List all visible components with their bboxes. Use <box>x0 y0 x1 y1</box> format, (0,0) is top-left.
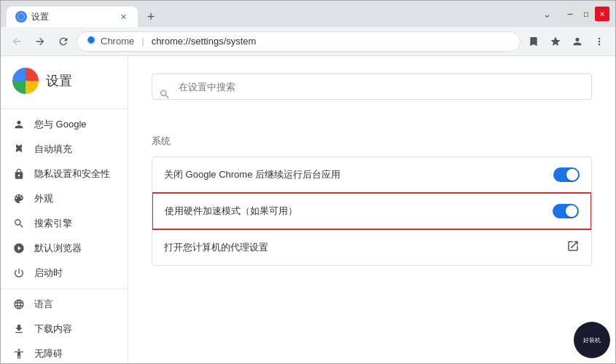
sidebar-item-label: 语言 <box>34 298 53 311</box>
sidebar-item-label: 搜索引擎 <box>34 217 72 230</box>
sidebar-item-label: 隐私设置和安全性 <box>34 167 110 181</box>
breadcrumb-site: Chrome <box>101 36 134 47</box>
autofill-icon <box>12 143 26 156</box>
sidebar-item-label: 下载内容 <box>34 323 72 336</box>
new-tab-button[interactable]: + <box>141 7 161 27</box>
section-title: 系统 <box>152 135 592 148</box>
search-input[interactable] <box>152 74 592 100</box>
sidebar-item-google[interactable]: 您与 Google <box>1 112 122 137</box>
address-bar[interactable]: Chrome | chrome://settings/system <box>77 31 521 52</box>
user-button[interactable] <box>567 31 588 52</box>
star-button[interactable] <box>545 31 566 52</box>
nav-bar: Chrome | chrome://settings/system <box>1 27 615 56</box>
lock-icon <box>12 167 26 181</box>
settings-card: 关闭 Google Chrome 后继续运行后台应用 使用硬件加速模式（如果可用… <box>152 157 592 266</box>
tab-dropdown-button[interactable]: ⌄ <box>537 4 557 24</box>
sidebar: 设置 您与 Google 自动填充 隐私设置和安全性 <box>1 56 128 363</box>
sidebar-item-privacy[interactable]: 隐私设置和安全性 <box>1 162 122 186</box>
sidebar-title: 设置 <box>46 72 72 90</box>
browser-window: 设置 ✕ + ⌄ ─ □ ✕ Chrome | chrome://se <box>0 0 616 364</box>
setting-row-proxy: 打开您计算机的代理设置 <box>152 229 591 265</box>
setting-row-background-apps: 关闭 Google Chrome 后继续运行后台应用 <box>152 157 591 193</box>
sidebar-item-search[interactable]: 搜索引擎 <box>1 211 122 236</box>
sidebar-item-label: 启动时 <box>34 266 63 280</box>
sidebar-item-label: 默认浏览器 <box>34 242 82 255</box>
accessibility-icon <box>12 347 26 360</box>
main-area: 设置 您与 Google 自动填充 隐私设置和安全性 <box>1 56 615 363</box>
forward-button[interactable] <box>30 31 50 52</box>
sidebar-item-autofill[interactable]: 自动填充 <box>1 137 122 162</box>
tab-area: 设置 ✕ + <box>7 1 534 27</box>
close-button[interactable]: ✕ <box>595 7 609 21</box>
refresh-button[interactable] <box>53 31 74 52</box>
watermark-text: 好装机 <box>583 336 601 344</box>
search-icon <box>12 217 26 230</box>
sidebar-item-label: 自动填充 <box>34 143 72 156</box>
toggle-background-apps[interactable] <box>553 167 580 182</box>
bookmark-button[interactable] <box>523 31 544 52</box>
back-button[interactable] <box>7 31 27 52</box>
nav-actions <box>523 31 609 52</box>
palette-icon <box>12 192 26 205</box>
site-security-icon <box>86 35 96 47</box>
tab-close-button[interactable]: ✕ <box>117 11 129 23</box>
sidebar-item-startup[interactable]: 启动时 <box>1 261 122 285</box>
sidebar-item-appearance[interactable]: 外观 <box>1 186 122 211</box>
startup-icon <box>12 266 26 280</box>
setting-label-proxy: 打开您计算机的代理设置 <box>164 241 566 254</box>
title-bar: 设置 ✕ + ⌄ ─ □ ✕ <box>1 1 615 27</box>
sidebar-item-downloads[interactable]: 下载内容 <box>1 317 122 341</box>
setting-row-hardware-acceleration: 使用硬件加速模式（如果可用） <box>152 192 592 230</box>
sidebar-item-label: 外观 <box>34 192 53 205</box>
window-controls: ─ □ ✕ <box>563 7 609 21</box>
setting-label-hardware-acceleration: 使用硬件加速模式（如果可用） <box>165 205 553 218</box>
language-icon <box>12 298 26 311</box>
chrome-logo-icon <box>12 68 39 94</box>
download-icon <box>12 323 26 336</box>
search-container <box>152 74 592 117</box>
sidebar-item-label: 您与 Google <box>34 118 87 131</box>
sidebar-item-language[interactable]: 语言 <box>1 292 122 317</box>
breadcrumb-separator: | <box>141 36 144 47</box>
minimize-button[interactable]: ─ <box>563 7 577 21</box>
sidebar-divider <box>1 108 128 109</box>
watermark: 好装机 <box>574 322 610 358</box>
person-icon <box>12 118 26 131</box>
address-text: chrome://settings/system <box>152 36 257 47</box>
maximize-button[interactable]: □ <box>579 7 593 21</box>
sidebar-item-browser[interactable]: 默认浏览器 <box>1 236 122 261</box>
menu-button[interactable] <box>589 31 609 52</box>
setting-label-background-apps: 关闭 Google Chrome 后继续运行后台应用 <box>164 168 553 181</box>
sidebar-logo: 设置 <box>1 62 128 106</box>
sidebar-divider-2 <box>1 288 128 289</box>
sidebar-item-label: 无障碍 <box>34 347 63 360</box>
browser-icon <box>12 242 26 255</box>
toggle-hardware-acceleration[interactable] <box>553 204 579 218</box>
settings-content: 系统 关闭 Google Chrome 后继续运行后台应用 使用硬件加速模式（如… <box>128 56 615 363</box>
external-link-icon[interactable] <box>566 240 580 255</box>
sidebar-item-accessibility[interactable]: 无障碍 <box>1 341 122 363</box>
active-tab[interactable]: 设置 ✕ <box>7 7 138 27</box>
search-icon <box>159 89 171 103</box>
tab-favicon <box>15 11 27 23</box>
tab-title: 设置 <box>31 11 49 23</box>
